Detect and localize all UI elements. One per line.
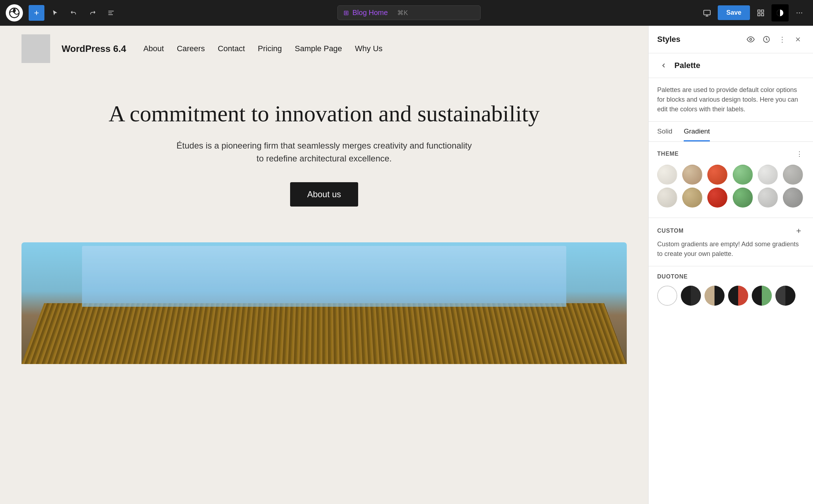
nav-item-about[interactable]: About — [143, 44, 164, 53]
theme-color-swatch-2[interactable] — [682, 165, 702, 185]
site-title: WordPress 6.4 — [62, 43, 126, 54]
theme-color-swatch-11[interactable] — [758, 188, 778, 208]
duotone-swatches — [657, 286, 804, 306]
cursor-tool-button[interactable] — [47, 5, 63, 21]
theme-color-row2 — [657, 188, 804, 208]
duotone-section-title: DUOTONE — [657, 273, 688, 280]
duotone-swatch-1[interactable] — [657, 286, 677, 306]
toolbar-center: ⊞ Blog Home ⌘K — [122, 5, 696, 20]
nav-item-sample-page[interactable]: Sample Page — [295, 44, 342, 53]
theme-section-more-button[interactable]: ⋮ — [794, 149, 804, 159]
svg-point-14 — [801, 12, 802, 13]
duotone-section-header: DUOTONE — [657, 273, 804, 280]
theme-color-swatch-5[interactable] — [758, 165, 778, 185]
svg-rect-10 — [761, 13, 764, 15]
nav-item-contact[interactable]: Contact — [218, 44, 245, 53]
palette-description: Palettes are used to provide default col… — [649, 78, 813, 122]
duotone-swatch-3[interactable] — [704, 286, 725, 306]
site-header: WordPress 6.4 About Careers Contact Pric… — [0, 26, 648, 72]
dark-mode-toggle[interactable] — [771, 4, 789, 21]
canvas: WordPress 6.4 About Careers Contact Pric… — [0, 26, 648, 504]
toolbar-right: Save — [699, 4, 807, 21]
styles-close-button[interactable] — [792, 33, 804, 46]
tab-solid[interactable]: Solid — [657, 122, 672, 141]
custom-palette-section: CUSTOM Custom gradients are empty! Add s… — [649, 218, 813, 266]
svg-rect-8 — [761, 10, 764, 12]
hero-title: A commitment to innovation and sustainab… — [43, 100, 605, 128]
styles-more-button[interactable]: ⋮ — [776, 33, 789, 46]
duotone-swatch-4[interactable] — [728, 286, 748, 306]
svg-rect-7 — [758, 10, 760, 12]
theme-color-row1 — [657, 165, 804, 185]
preview-button[interactable] — [699, 5, 715, 21]
svg-rect-4 — [704, 10, 710, 15]
svg-rect-9 — [758, 13, 760, 15]
custom-section-title: CUSTOM — [657, 228, 684, 234]
url-shortcut: ⌘K — [397, 9, 408, 17]
theme-section-title: THEME — [657, 151, 679, 157]
hero-cta-button[interactable]: About us — [290, 182, 359, 207]
undo-button[interactable] — [66, 5, 82, 21]
site-nav: About Careers Contact Pricing Sample Pag… — [143, 44, 383, 53]
theme-section-header: THEME ⋮ — [657, 149, 804, 159]
site-logo — [21, 34, 50, 63]
wp-logo[interactable] — [6, 4, 23, 21]
theme-palette-section: THEME ⋮ — [649, 142, 813, 218]
custom-add-gradient-button[interactable] — [793, 225, 804, 237]
duotone-palette-section: DUOTONE — [649, 266, 813, 313]
save-button[interactable]: Save — [718, 5, 750, 20]
tab-gradient[interactable]: Gradient — [684, 122, 710, 141]
duotone-swatch-2[interactable] — [681, 286, 701, 306]
url-bar[interactable]: ⊞ Blog Home ⌘K — [337, 5, 481, 20]
add-block-button[interactable]: + — [29, 5, 44, 21]
duotone-swatch-6[interactable] — [775, 286, 795, 306]
theme-color-swatch-4[interactable] — [733, 165, 753, 185]
custom-empty-message: Custom gradients are empty! Add some gra… — [657, 239, 804, 259]
nav-item-why-us[interactable]: Why Us — [355, 44, 383, 53]
url-label: Blog Home — [352, 9, 388, 17]
custom-section-header: CUSTOM — [657, 225, 804, 237]
panel-title: Styles — [657, 35, 680, 44]
theme-color-swatch-8[interactable] — [682, 188, 702, 208]
styles-eye-button[interactable] — [744, 33, 757, 46]
theme-color-swatch-1[interactable] — [657, 165, 677, 185]
svg-point-15 — [750, 38, 752, 40]
palette-back-button[interactable] — [657, 59, 670, 72]
theme-color-swatch-9[interactable] — [707, 188, 727, 208]
theme-color-swatch-6[interactable] — [783, 165, 803, 185]
svg-point-13 — [799, 12, 800, 13]
more-options-button[interactable] — [792, 5, 807, 21]
theme-color-swatch-7[interactable] — [657, 188, 677, 208]
panel-header: Styles ⋮ — [649, 26, 813, 53]
hero-subtitle: Études is a pioneering firm that seamles… — [43, 139, 605, 165]
palette-header: Palette — [649, 53, 813, 78]
palette-title: Palette — [674, 61, 700, 70]
toolbar: + ⊞ Blog Home ⌘K Save — [0, 0, 813, 26]
blog-home-icon: ⊞ — [343, 9, 349, 17]
nav-item-pricing[interactable]: Pricing — [258, 44, 282, 53]
building-image — [21, 242, 627, 364]
redo-button[interactable] — [85, 5, 100, 21]
duotone-swatch-5[interactable] — [752, 286, 772, 306]
styles-history-button[interactable] — [760, 33, 773, 46]
theme-color-swatch-3[interactable] — [707, 165, 727, 185]
theme-color-swatch-10[interactable] — [733, 188, 753, 208]
nav-item-careers[interactable]: Careers — [177, 44, 205, 53]
svg-point-12 — [797, 12, 798, 13]
main-area: WordPress 6.4 About Careers Contact Pric… — [0, 26, 813, 504]
panel-header-icons: ⋮ — [744, 33, 804, 46]
settings-button[interactable] — [753, 5, 769, 21]
styles-panel: Styles ⋮ Palette — [648, 26, 813, 504]
theme-color-swatch-12[interactable] — [783, 188, 803, 208]
palette-tabs: Solid Gradient — [649, 122, 813, 142]
list-view-button[interactable] — [103, 5, 119, 21]
hero-section: A commitment to innovation and sustainab… — [0, 72, 648, 228]
